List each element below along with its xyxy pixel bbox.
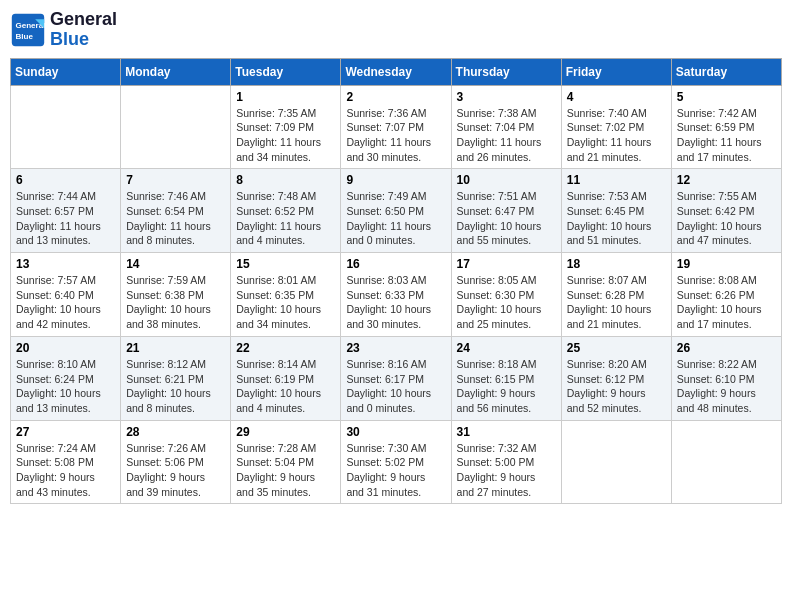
day-number: 4 xyxy=(567,90,666,104)
day-detail: Sunrise: 7:55 AM Sunset: 6:42 PM Dayligh… xyxy=(677,189,776,248)
day-detail: Sunrise: 8:10 AM Sunset: 6:24 PM Dayligh… xyxy=(16,357,115,416)
day-number: 25 xyxy=(567,341,666,355)
day-detail: Sunrise: 7:24 AM Sunset: 5:08 PM Dayligh… xyxy=(16,441,115,500)
logo-text-general: General xyxy=(50,10,117,30)
day-detail: Sunrise: 8:14 AM Sunset: 6:19 PM Dayligh… xyxy=(236,357,335,416)
day-detail: Sunrise: 7:48 AM Sunset: 6:52 PM Dayligh… xyxy=(236,189,335,248)
calendar-day-cell: 30Sunrise: 7:30 AM Sunset: 5:02 PM Dayli… xyxy=(341,420,451,504)
calendar-week-row: 27Sunrise: 7:24 AM Sunset: 5:08 PM Dayli… xyxy=(11,420,782,504)
calendar-day-cell: 23Sunrise: 8:16 AM Sunset: 6:17 PM Dayli… xyxy=(341,336,451,420)
day-detail: Sunrise: 7:30 AM Sunset: 5:02 PM Dayligh… xyxy=(346,441,445,500)
day-number: 23 xyxy=(346,341,445,355)
day-detail: Sunrise: 8:22 AM Sunset: 6:10 PM Dayligh… xyxy=(677,357,776,416)
calendar-day-cell: 17Sunrise: 8:05 AM Sunset: 6:30 PM Dayli… xyxy=(451,253,561,337)
calendar-day-cell: 14Sunrise: 7:59 AM Sunset: 6:38 PM Dayli… xyxy=(121,253,231,337)
days-of-week-row: SundayMondayTuesdayWednesdayThursdayFrid… xyxy=(11,58,782,85)
calendar-week-row: 1Sunrise: 7:35 AM Sunset: 7:09 PM Daylig… xyxy=(11,85,782,169)
day-number: 5 xyxy=(677,90,776,104)
calendar-day-cell: 15Sunrise: 8:01 AM Sunset: 6:35 PM Dayli… xyxy=(231,253,341,337)
day-detail: Sunrise: 8:03 AM Sunset: 6:33 PM Dayligh… xyxy=(346,273,445,332)
calendar-day-cell: 9Sunrise: 7:49 AM Sunset: 6:50 PM Daylig… xyxy=(341,169,451,253)
logo: General Blue General Blue xyxy=(10,10,117,50)
day-detail: Sunrise: 7:36 AM Sunset: 7:07 PM Dayligh… xyxy=(346,106,445,165)
day-number: 9 xyxy=(346,173,445,187)
day-number: 16 xyxy=(346,257,445,271)
day-number: 26 xyxy=(677,341,776,355)
day-detail: Sunrise: 7:42 AM Sunset: 6:59 PM Dayligh… xyxy=(677,106,776,165)
calendar-day-cell: 12Sunrise: 7:55 AM Sunset: 6:42 PM Dayli… xyxy=(671,169,781,253)
calendar-day-cell: 5Sunrise: 7:42 AM Sunset: 6:59 PM Daylig… xyxy=(671,85,781,169)
calendar-day-cell: 28Sunrise: 7:26 AM Sunset: 5:06 PM Dayli… xyxy=(121,420,231,504)
day-of-week-header: Tuesday xyxy=(231,58,341,85)
day-of-week-header: Monday xyxy=(121,58,231,85)
calendar-day-cell: 10Sunrise: 7:51 AM Sunset: 6:47 PM Dayli… xyxy=(451,169,561,253)
day-detail: Sunrise: 7:26 AM Sunset: 5:06 PM Dayligh… xyxy=(126,441,225,500)
day-of-week-header: Sunday xyxy=(11,58,121,85)
calendar-day-cell: 7Sunrise: 7:46 AM Sunset: 6:54 PM Daylig… xyxy=(121,169,231,253)
page-header: General Blue General Blue xyxy=(10,10,782,50)
day-of-week-header: Wednesday xyxy=(341,58,451,85)
day-of-week-header: Saturday xyxy=(671,58,781,85)
day-number: 29 xyxy=(236,425,335,439)
day-detail: Sunrise: 7:35 AM Sunset: 7:09 PM Dayligh… xyxy=(236,106,335,165)
day-detail: Sunrise: 8:20 AM Sunset: 6:12 PM Dayligh… xyxy=(567,357,666,416)
calendar-day-cell xyxy=(11,85,121,169)
day-number: 8 xyxy=(236,173,335,187)
calendar-day-cell: 25Sunrise: 8:20 AM Sunset: 6:12 PM Dayli… xyxy=(561,336,671,420)
day-number: 12 xyxy=(677,173,776,187)
day-number: 31 xyxy=(457,425,556,439)
calendar-day-cell: 27Sunrise: 7:24 AM Sunset: 5:08 PM Dayli… xyxy=(11,420,121,504)
calendar-table: SundayMondayTuesdayWednesdayThursdayFrid… xyxy=(10,58,782,505)
day-detail: Sunrise: 7:32 AM Sunset: 5:00 PM Dayligh… xyxy=(457,441,556,500)
calendar-day-cell: 8Sunrise: 7:48 AM Sunset: 6:52 PM Daylig… xyxy=(231,169,341,253)
day-number: 10 xyxy=(457,173,556,187)
day-detail: Sunrise: 8:01 AM Sunset: 6:35 PM Dayligh… xyxy=(236,273,335,332)
day-detail: Sunrise: 7:51 AM Sunset: 6:47 PM Dayligh… xyxy=(457,189,556,248)
calendar-day-cell: 13Sunrise: 7:57 AM Sunset: 6:40 PM Dayli… xyxy=(11,253,121,337)
calendar-day-cell: 29Sunrise: 7:28 AM Sunset: 5:04 PM Dayli… xyxy=(231,420,341,504)
day-number: 3 xyxy=(457,90,556,104)
day-detail: Sunrise: 8:16 AM Sunset: 6:17 PM Dayligh… xyxy=(346,357,445,416)
calendar-day-cell: 22Sunrise: 8:14 AM Sunset: 6:19 PM Dayli… xyxy=(231,336,341,420)
calendar-day-cell xyxy=(121,85,231,169)
day-detail: Sunrise: 7:44 AM Sunset: 6:57 PM Dayligh… xyxy=(16,189,115,248)
calendar-day-cell: 4Sunrise: 7:40 AM Sunset: 7:02 PM Daylig… xyxy=(561,85,671,169)
day-of-week-header: Thursday xyxy=(451,58,561,85)
calendar-day-cell: 1Sunrise: 7:35 AM Sunset: 7:09 PM Daylig… xyxy=(231,85,341,169)
calendar-day-cell xyxy=(561,420,671,504)
day-detail: Sunrise: 7:40 AM Sunset: 7:02 PM Dayligh… xyxy=(567,106,666,165)
day-number: 27 xyxy=(16,425,115,439)
day-number: 24 xyxy=(457,341,556,355)
day-detail: Sunrise: 8:07 AM Sunset: 6:28 PM Dayligh… xyxy=(567,273,666,332)
calendar-day-cell: 16Sunrise: 8:03 AM Sunset: 6:33 PM Dayli… xyxy=(341,253,451,337)
logo-icon: General Blue xyxy=(10,12,46,48)
day-detail: Sunrise: 7:53 AM Sunset: 6:45 PM Dayligh… xyxy=(567,189,666,248)
day-number: 7 xyxy=(126,173,225,187)
day-of-week-header: Friday xyxy=(561,58,671,85)
day-number: 20 xyxy=(16,341,115,355)
day-detail: Sunrise: 7:49 AM Sunset: 6:50 PM Dayligh… xyxy=(346,189,445,248)
day-detail: Sunrise: 8:12 AM Sunset: 6:21 PM Dayligh… xyxy=(126,357,225,416)
day-number: 14 xyxy=(126,257,225,271)
calendar-week-row: 20Sunrise: 8:10 AM Sunset: 6:24 PM Dayli… xyxy=(11,336,782,420)
day-number: 30 xyxy=(346,425,445,439)
day-number: 28 xyxy=(126,425,225,439)
day-number: 21 xyxy=(126,341,225,355)
day-number: 17 xyxy=(457,257,556,271)
day-number: 6 xyxy=(16,173,115,187)
calendar-body: 1Sunrise: 7:35 AM Sunset: 7:09 PM Daylig… xyxy=(11,85,782,504)
svg-text:Blue: Blue xyxy=(15,32,33,41)
calendar-header: SundayMondayTuesdayWednesdayThursdayFrid… xyxy=(11,58,782,85)
day-detail: Sunrise: 7:46 AM Sunset: 6:54 PM Dayligh… xyxy=(126,189,225,248)
day-detail: Sunrise: 7:59 AM Sunset: 6:38 PM Dayligh… xyxy=(126,273,225,332)
day-detail: Sunrise: 7:57 AM Sunset: 6:40 PM Dayligh… xyxy=(16,273,115,332)
day-detail: Sunrise: 8:08 AM Sunset: 6:26 PM Dayligh… xyxy=(677,273,776,332)
day-number: 15 xyxy=(236,257,335,271)
calendar-day-cell xyxy=(671,420,781,504)
calendar-day-cell: 2Sunrise: 7:36 AM Sunset: 7:07 PM Daylig… xyxy=(341,85,451,169)
day-number: 11 xyxy=(567,173,666,187)
calendar-day-cell: 21Sunrise: 8:12 AM Sunset: 6:21 PM Dayli… xyxy=(121,336,231,420)
calendar-day-cell: 18Sunrise: 8:07 AM Sunset: 6:28 PM Dayli… xyxy=(561,253,671,337)
day-number: 19 xyxy=(677,257,776,271)
day-detail: Sunrise: 8:05 AM Sunset: 6:30 PM Dayligh… xyxy=(457,273,556,332)
